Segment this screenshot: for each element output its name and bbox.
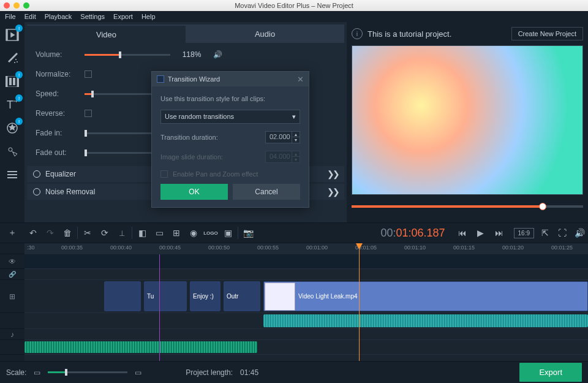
sidebar-titles-icon[interactable]: T ! <box>3 96 21 114</box>
tick: 00:00:55 <box>257 245 279 251</box>
spin-up-icon[interactable]: ▲ <box>292 132 300 137</box>
clip[interactable]: Enjoy :) <box>190 281 221 311</box>
record-icon[interactable]: ◉ <box>185 224 202 241</box>
timeline: 👁 🔗 ⊞ ♪ :30 00:00:35 00:00:40 00:00:45 0… <box>0 243 588 361</box>
sidebar-more-icon[interactable] <box>3 165 21 184</box>
play-icon[interactable]: ▶ <box>472 224 489 241</box>
svg-point-4 <box>15 59 17 60</box>
crop-icon[interactable]: ⟂ <box>113 224 130 241</box>
playhead[interactable] <box>359 243 360 361</box>
select-value: Use random transitions <box>165 113 234 121</box>
redo-icon[interactable]: ↷ <box>42 224 59 241</box>
tab-video[interactable]: Video <box>27 25 186 43</box>
tick: 00:01:25 <box>551 245 573 251</box>
next-frame-icon[interactable]: ⏭ <box>491 224 508 241</box>
prev-frame-icon[interactable]: ⏮ <box>454 224 471 241</box>
dialog-titlebar[interactable]: Transition Wizard ✕ <box>152 72 309 86</box>
clip-props-icon[interactable]: ⊞ <box>168 224 185 241</box>
svg-rect-10 <box>9 78 12 85</box>
menu-edit[interactable]: Edit <box>24 13 36 20</box>
noise-label: Noise Removal <box>45 188 95 196</box>
timeline-ruler[interactable]: :30 00:00:35 00:00:40 00:00:45 00:00:50 … <box>24 243 588 254</box>
project-length-label: Project length: <box>186 368 233 377</box>
track-head-overlay[interactable]: 👁 <box>0 254 24 269</box>
track-head-video[interactable]: ⊞ <box>0 280 24 313</box>
scale-label: Scale: <box>6 368 26 377</box>
timeline-tracks[interactable]: :30 00:00:35 00:00:40 00:00:45 00:00:50 … <box>24 243 588 361</box>
svg-marker-3 <box>10 32 15 37</box>
scale-slider[interactable] <box>48 371 127 373</box>
zoom-out-icon[interactable]: ▭ <box>34 368 40 377</box>
mute-icon[interactable]: 🔊 <box>213 50 222 59</box>
tab-audio[interactable]: Audio <box>186 25 344 43</box>
popout-icon[interactable]: ⇱ <box>537 224 554 241</box>
music-clip[interactable] <box>24 341 257 353</box>
transition-duration-spinner[interactable]: 02.000 ▲▼ <box>265 131 300 143</box>
window-minimize-button[interactable] <box>13 2 20 9</box>
rotate-icon[interactable]: ⟳ <box>96 224 113 241</box>
marker-line[interactable] <box>159 254 160 361</box>
transition-style-label: Use this transition style for all clips: <box>160 95 300 102</box>
clip[interactable] <box>104 281 141 311</box>
sidebar-filters-icon[interactable] <box>3 49 21 67</box>
tick: 00:00:45 <box>159 245 181 251</box>
svg-text:T: T <box>7 99 13 111</box>
preview-seekbar[interactable] <box>352 202 583 211</box>
transition-duration-label: Transition duration: <box>160 134 218 141</box>
info-text: This is a tutorial project. <box>368 29 507 39</box>
aspect-ratio[interactable]: 16:9 <box>514 228 534 238</box>
track-head-music[interactable] <box>0 340 24 355</box>
spinner-value[interactable]: 02.000 <box>265 131 292 143</box>
color-adjust-icon[interactable]: ◧ <box>134 224 151 241</box>
sidebar-transitions-icon[interactable]: ! <box>3 72 21 91</box>
normalize-checkbox[interactable] <box>85 70 92 78</box>
camera-icon[interactable]: 📷 <box>239 224 257 241</box>
volume-icon[interactable]: 🔊 <box>571 224 588 241</box>
undo-icon[interactable]: ↶ <box>24 224 42 241</box>
create-new-project-button[interactable]: Create New Project <box>511 27 583 40</box>
highlight-icon[interactable]: ▣ <box>219 224 236 241</box>
sidebar-media-icon[interactable]: ! <box>3 26 21 44</box>
zoom-in-icon[interactable]: ▭ <box>135 368 141 377</box>
clip[interactable]: Tu <box>144 281 187 311</box>
sidebar-callouts-icon[interactable] <box>3 142 21 161</box>
clip-main[interactable]: Video Light Leak.mp4 <box>263 281 588 311</box>
reverse-checkbox[interactable] <box>85 110 92 117</box>
fullscreen-icon[interactable]: ⛶ <box>554 224 571 241</box>
linked-audio-clip[interactable] <box>263 314 588 327</box>
menu-export[interactable]: Export <box>113 13 133 20</box>
delete-icon[interactable]: 🗑 <box>59 224 76 241</box>
window-close-button[interactable] <box>4 2 10 9</box>
bottom-bar: Scale: ▭ ▭ Project length: 01:45 Export <box>0 361 588 383</box>
svg-rect-9 <box>7 76 17 87</box>
timecode: 00:01:06.187 <box>380 226 445 240</box>
track-head-link[interactable]: 🔗 <box>0 269 24 280</box>
video-preview[interactable] <box>352 45 583 195</box>
titlebar: Movavi Video Editor Plus – New Project <box>0 0 588 11</box>
ok-button[interactable]: OK <box>160 184 228 200</box>
clip[interactable]: Outr <box>224 281 260 311</box>
menu-settings[interactable]: Settings <box>80 13 105 20</box>
menu-file[interactable]: File <box>5 13 16 20</box>
window-maximize-button[interactable] <box>23 2 29 9</box>
track-head-title[interactable]: ♪ <box>0 329 24 340</box>
close-icon[interactable]: ✕ <box>297 75 304 84</box>
image-duration-label: Image slide duration: <box>160 153 223 161</box>
track-head-audio[interactable] <box>0 313 24 329</box>
menu-help[interactable]: Help <box>141 13 156 20</box>
add-marker-icon[interactable] <box>0 243 24 254</box>
transition-style-select[interactable]: Use random transitions ▾ <box>160 110 300 124</box>
tick: 00:01:10 <box>404 245 426 251</box>
cancel-button[interactable]: Cancel <box>233 184 300 200</box>
volume-slider[interactable] <box>85 54 170 56</box>
sidebar-stickers-icon[interactable]: ! <box>3 119 21 137</box>
transition-wizard-icon[interactable]: ▭ <box>151 224 168 241</box>
logo-icon[interactable]: LOGO <box>202 224 219 241</box>
volume-label: Volume: <box>36 50 78 59</box>
add-track-icon[interactable]: ＋ <box>0 224 24 241</box>
export-button[interactable]: Export <box>519 363 582 382</box>
menu-playback[interactable]: Playback <box>45 13 72 20</box>
normalize-label: Normalize: <box>36 70 78 78</box>
spin-down-icon[interactable]: ▼ <box>292 137 300 143</box>
cut-icon[interactable]: ✂ <box>79 224 96 241</box>
